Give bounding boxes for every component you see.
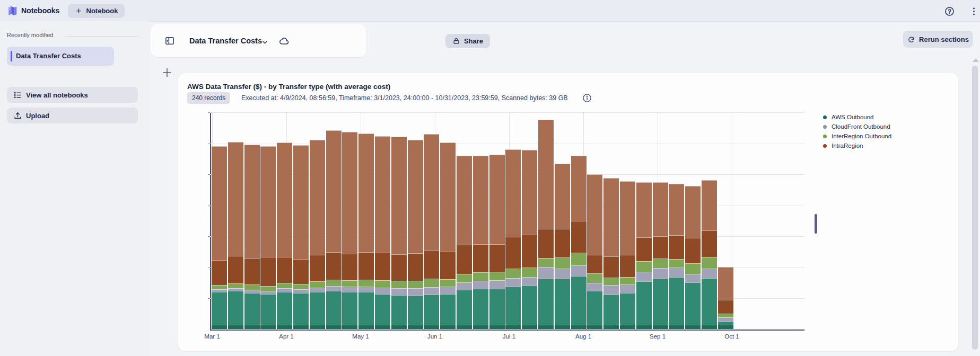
aws_outbound_light-segment — [244, 293, 260, 325]
intraregion_dark-segment — [277, 257, 292, 283]
interregion_outbound-segment — [522, 268, 537, 277]
cloud-sync-icon[interactable] — [278, 36, 290, 47]
intraregion_dark-segment — [718, 300, 733, 314]
y-axis-tick — [208, 174, 210, 175]
new-notebook-button[interactable]: Notebook — [68, 4, 125, 18]
x-axis-label: Sep 1 — [642, 333, 673, 340]
aws_outbound_dark-segment — [702, 325, 717, 329]
y-axis-tick — [208, 144, 210, 144]
cloudfront_outbound-segment — [260, 291, 276, 294]
stacked-bar — [538, 120, 554, 329]
chevron-down-icon[interactable] — [261, 38, 269, 46]
scrollbar-up-arrow-icon[interactable] — [973, 58, 979, 62]
intraregion_dark-segment — [375, 253, 390, 280]
notebook-title[interactable]: Data Transfer Costs — [189, 37, 262, 45]
intraregion_light-segment — [391, 137, 407, 254]
cloudfront_outbound-segment — [473, 281, 488, 289]
intraregion_dark-segment — [620, 255, 635, 277]
interregion_outbound-segment — [293, 284, 309, 289]
legend-label: CloudFront Outbound — [832, 123, 890, 130]
stacked-bar — [424, 134, 439, 329]
intraregion_dark-segment — [358, 252, 374, 280]
interregion_outbound-segment — [473, 272, 488, 281]
legend-dot-icon — [823, 144, 827, 148]
help-icon[interactable] — [944, 6, 955, 16]
section-scrollbar-thumb[interactable] — [815, 214, 817, 234]
aws_outbound_light-segment — [555, 279, 570, 325]
aws_outbound_dark-segment — [505, 325, 521, 329]
aws_outbound_dark-segment — [342, 325, 357, 329]
aws_outbound_dark-segment — [620, 325, 635, 329]
info-icon[interactable] — [582, 93, 592, 103]
collapse-panel-icon[interactable] — [164, 35, 175, 46]
legend-item[interactable]: IntraRegion — [823, 141, 891, 150]
legend-item[interactable]: AWS Outbound — [823, 112, 891, 122]
stacked-bar — [473, 156, 488, 329]
aws_outbound_light-segment — [702, 278, 717, 325]
intraregion_dark-segment — [424, 250, 439, 279]
add-section-button[interactable] — [161, 66, 173, 79]
cloudfront_outbound-segment — [555, 269, 570, 279]
rerun-sections-button[interactable]: Rerun sections — [903, 31, 973, 48]
notebook-toolbar: Data Transfer Costs Share — [151, 24, 366, 57]
intraregion_light-segment — [685, 186, 701, 238]
aws_outbound_light-segment — [310, 292, 325, 325]
cloudfront_outbound-segment — [293, 289, 309, 293]
cloudfront_outbound-segment — [522, 277, 537, 286]
sidebar-item-data-transfer-costs[interactable]: Data Transfer Costs — [7, 47, 114, 66]
legend-dot-icon — [823, 115, 827, 119]
interregion_outbound-segment — [489, 272, 505, 280]
aws_outbound_dark-segment — [260, 325, 276, 329]
intraregion_light-segment — [424, 134, 439, 250]
aws_outbound_light-segment — [212, 292, 227, 325]
view-all-notebooks-button[interactable]: View all notebooks — [7, 87, 138, 103]
intraregion_light-segment — [244, 145, 260, 259]
intraregion_light-segment — [212, 146, 227, 260]
cloudfront_outbound-segment — [440, 287, 456, 294]
aws_outbound_light-segment — [505, 287, 521, 325]
intraregion_light-segment — [473, 156, 488, 244]
intraregion_dark-segment — [636, 237, 652, 261]
legend-dot-icon — [823, 135, 827, 138]
intraregion_dark-segment — [391, 254, 407, 281]
intraregion_dark-segment — [260, 257, 276, 286]
intraregion_light-segment — [587, 174, 602, 255]
cloudfront_outbound-segment — [375, 288, 390, 294]
cloudfront_outbound-segment — [571, 265, 587, 276]
interregion_outbound-segment — [571, 253, 587, 265]
aws_outbound_dark-segment — [603, 325, 619, 329]
aws_outbound_light-segment — [228, 291, 243, 325]
cloudfront_outbound-segment — [310, 288, 325, 292]
aws_outbound_light-segment — [636, 281, 652, 325]
interregion_outbound-segment — [702, 257, 717, 269]
aws_outbound_dark-segment — [244, 325, 260, 329]
legend-item[interactable]: CloudFront Outbound — [823, 122, 891, 131]
cloudfront_outbound-segment — [342, 287, 357, 292]
stacked-bar — [228, 142, 243, 329]
aws_outbound_light-segment — [293, 293, 309, 325]
page-scrollbar-thumb[interactable] — [972, 66, 978, 350]
upload-button[interactable]: Upload — [7, 108, 138, 123]
aws_outbound_dark-segment — [653, 325, 668, 329]
aws_outbound_light-segment — [277, 292, 292, 325]
stacked-bar — [375, 136, 390, 329]
kebab-menu-icon[interactable] — [969, 6, 979, 16]
intraregion_light-segment — [702, 180, 717, 230]
interregion_outbound-segment — [342, 280, 357, 287]
interregion_outbound-segment — [718, 314, 733, 317]
h-gridline — [210, 144, 804, 144]
cloudfront_outbound-segment — [408, 288, 423, 296]
intraregion_light-segment — [620, 181, 635, 255]
app-window: Notebooks Notebook Recently modified Dat — [0, 0, 980, 356]
intraregion_light-segment — [375, 136, 390, 253]
share-button[interactable]: Share — [445, 34, 490, 48]
interregion_outbound-segment — [424, 279, 439, 287]
interregion_outbound-segment — [212, 285, 227, 289]
x-axis — [210, 330, 804, 331]
stacked-bar — [440, 143, 456, 329]
legend-item[interactable]: InterRegion Outbound — [823, 131, 891, 141]
notebooks-logo-icon — [7, 5, 19, 16]
y-axis-tick — [208, 206, 210, 206]
interregion_outbound-segment — [260, 286, 276, 291]
interregion_outbound-segment — [457, 274, 472, 282]
